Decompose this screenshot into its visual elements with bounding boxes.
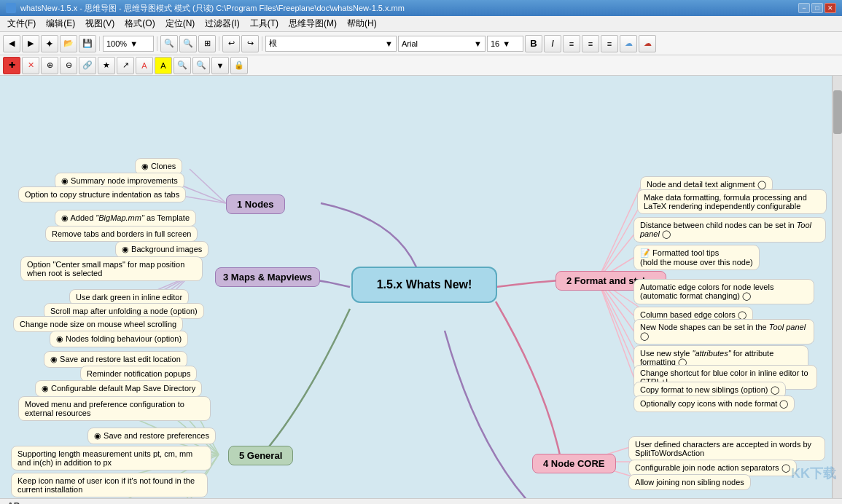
root-combo[interactable]: 根 ▼ — [265, 36, 397, 52]
menu-edit[interactable]: 编辑(E) — [42, 16, 79, 31]
leaf-formatted-tooltips[interactable]: 📝 Formatted tool tips(hold the mouse ove… — [634, 245, 760, 270]
leaf-node-shapes[interactable]: New Node shapes can be set in the Tool p… — [634, 319, 814, 344]
zoom-combo[interactable]: 100% ▼ — [103, 36, 154, 52]
cloud2[interactable]: ☁ — [639, 35, 656, 52]
open-button[interactable]: 📂 — [60, 35, 77, 52]
size-combo[interactable]: 16 ▼ — [487, 36, 523, 52]
back-button[interactable]: ◀ — [3, 35, 20, 52]
redo[interactable]: ↪ — [241, 35, 259, 52]
sep2 — [157, 36, 157, 51]
svg-line-0 — [190, 169, 226, 203]
leaf-keep-icon[interactable]: Keep icon name of user icon if it's not … — [11, 473, 208, 497]
search-btn[interactable]: 🔍 — [192, 57, 210, 74]
leaf-remove-tabs[interactable]: Remove tabs and borders in full screen — [45, 226, 198, 242]
app-icon — [6, 3, 16, 13]
bgcolor-button[interactable]: A — [155, 57, 172, 74]
menu-file[interactable]: 文件(F) — [3, 16, 40, 31]
zoom-fit2[interactable]: 🔍 — [174, 57, 191, 74]
sep3 — [219, 36, 219, 51]
menu-help[interactable]: 帮助(H) — [343, 16, 381, 31]
menu-mindmap[interactable]: 思维导图(M) — [284, 16, 341, 31]
menu-tools[interactable]: 工具(T) — [246, 16, 283, 31]
window-controls: − □ ✕ — [798, 3, 836, 13]
leaf-bigmap[interactable]: ◉ Added "BigMap.mm" as Template — [55, 210, 196, 227]
sep4 — [262, 36, 262, 51]
menu-navigate[interactable]: 定位(N) — [161, 16, 200, 31]
delete-button[interactable]: ✕ — [22, 57, 39, 74]
mind-map-canvas: 1.5.x Whats New! 1 Nodes 2 Format and st… — [0, 76, 842, 498]
leaf-user-chars[interactable]: User defined characters are accepted in … — [628, 436, 825, 461]
leaf-join-non-sibling[interactable]: Allow joining non sibling nodes — [628, 474, 751, 490]
follow-link[interactable]: 🔗 — [79, 57, 96, 74]
filter-btn[interactable]: ▼ — [211, 57, 229, 74]
leaf-reminder[interactable]: Reminder notification popups — [80, 366, 197, 382]
undo[interactable]: ↩ — [222, 35, 240, 52]
status-bar: ABc — [0, 498, 842, 504]
sep1 — [99, 36, 100, 51]
watermark: KK下载 — [791, 465, 836, 482]
window-title: whatsNew-1.5.x - 思维导图 - 思维导图模式 模式 (只读) C… — [20, 3, 405, 14]
toolbar-2: ✚ ✕ ⊕ ⊖ 🔗 ★ ↗ A A 🔍 🔍 ▼ 🔒 — [0, 55, 842, 76]
save-button[interactable]: 💾 — [79, 35, 96, 52]
italic-button[interactable]: I — [544, 35, 561, 52]
scrollbar-thumb[interactable] — [833, 90, 842, 134]
leaf-bg-images[interactable]: ◉ Background images — [115, 241, 208, 258]
align-center[interactable]: ≡ — [582, 35, 599, 52]
menu-filter[interactable]: 过滤器(I) — [200, 16, 243, 31]
branch-1-nodes[interactable]: 1 Nodes — [226, 194, 285, 214]
leaf-copy-structure[interactable]: Option to copy structure indentation as … — [18, 186, 186, 202]
leaf-auto-edge-colors[interactable]: Automatic edge colors for node levels (a… — [634, 279, 814, 304]
vertical-scrollbar[interactable] — [832, 76, 842, 498]
align-left[interactable]: ≡ — [563, 35, 580, 52]
maximize-button[interactable]: □ — [811, 3, 823, 13]
forward-button[interactable]: ▶ — [22, 35, 39, 52]
edge-button[interactable]: ↗ — [117, 57, 134, 74]
minimize-button[interactable]: − — [798, 3, 810, 13]
menu-view[interactable]: 视图(V) — [81, 16, 119, 31]
leaf-moved-menu[interactable]: Moved menu and preference configuration … — [18, 396, 211, 421]
font-combo[interactable]: Arial ▼ — [398, 36, 486, 52]
align-right[interactable]: ≡ — [601, 35, 618, 52]
unfold-button[interactable]: ⊖ — [60, 57, 77, 74]
leaf-distance-child[interactable]: Distance between child nodes can be set … — [634, 217, 826, 243]
center-node[interactable]: 1.5.x Whats New! — [351, 267, 497, 303]
leaf-length-units[interactable]: Supporting length measurement units pt, … — [11, 446, 211, 470]
leaf-map-save-dir[interactable]: ◉ Configurable default Map Save Director… — [35, 380, 202, 397]
branch-3-maps[interactable]: 3 Maps & Mapviews — [215, 267, 320, 287]
zoom-out[interactable]: 🔍 — [179, 35, 197, 52]
fold-button[interactable]: ⊕ — [41, 57, 58, 74]
toolbar-1: ◀ ▶ ✦ 📂 💾 100% ▼ 🔍 🔍 ⊞ ↩ ↪ 根 ▼ Arial ▼ 1… — [0, 32, 842, 55]
leaf-center-small-maps[interactable]: Option "Center small maps" for map posit… — [20, 256, 203, 281]
leaf-nodes-folding[interactable]: ◉ Nodes folding behaviour (option) — [50, 331, 188, 347]
close-button[interactable]: ✕ — [825, 3, 836, 13]
menu-format[interactable]: 格式(O) — [120, 16, 159, 31]
zoom-in[interactable]: 🔍 — [160, 35, 178, 52]
leaf-copy-icons[interactable]: Optionally copy icons with node format ◯ — [634, 395, 795, 412]
menu-bar: 文件(F) 编辑(E) 视图(V) 格式(O) 定位(N) 过滤器(I) 工具(… — [0, 16, 842, 32]
add-icon[interactable]: ★ — [98, 57, 115, 74]
branch-4-core[interactable]: 4 Node CORE — [532, 454, 616, 473]
bold-button[interactable]: B — [525, 35, 542, 52]
new-node-button[interactable]: ✚ — [3, 57, 20, 74]
color-button[interactable]: A — [136, 57, 153, 74]
branch-5-general[interactable]: 5 General — [228, 446, 293, 465]
cloud1[interactable]: ☁ — [620, 35, 637, 52]
title-bar: whatsNew-1.5.x - 思维导图 - 思维导图模式 模式 (只读) C… — [0, 0, 842, 16]
leaf-data-formatting[interactable]: Make data formatting, formula processing… — [637, 189, 827, 214]
leaf-change-node-size[interactable]: Change node size on mouse wheel scrollin… — [13, 316, 183, 332]
spell-check-label: ABc — [4, 501, 28, 505]
fit[interactable]: ⊞ — [198, 35, 216, 52]
leaf-save-restore-pref[interactable]: ◉ Save and restore preferences — [87, 428, 216, 444]
new-button[interactable]: ✦ — [41, 35, 58, 52]
encrypt-btn[interactable]: 🔒 — [230, 57, 248, 74]
